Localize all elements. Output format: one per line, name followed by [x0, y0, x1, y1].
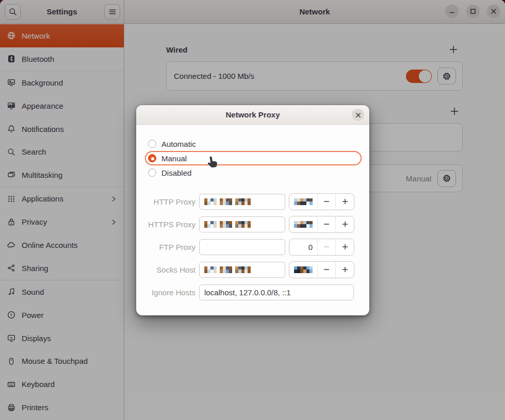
http-proxy-row: HTTP Proxy [136, 194, 369, 210]
https-proxy-label: HTTPS Proxy [136, 220, 196, 229]
decrement-button[interactable] [318, 194, 336, 210]
port-value[interactable]: 0 [289, 239, 318, 255]
increment-button[interactable] [336, 239, 354, 255]
https-proxy-input[interactable] [199, 216, 285, 232]
radio-checked-icon [148, 154, 156, 162]
redacted-text [294, 221, 313, 228]
http-proxy-input[interactable] [199, 194, 285, 210]
https-proxy-row: HTTPS Proxy [136, 216, 369, 232]
ignore-hosts-input[interactable]: localhost, 127.0.0.0/8, ::1 [199, 284, 354, 300]
ftp-proxy-row: FTP Proxy 0 [136, 239, 369, 255]
socks-host-label: Socks Host [136, 265, 196, 274]
port-value[interactable] [289, 262, 318, 278]
port-value[interactable] [289, 194, 318, 210]
https-proxy-port-spinner [289, 216, 354, 233]
increment-button[interactable] [336, 216, 354, 232]
redacted-text [204, 221, 251, 228]
ftp-proxy-label: FTP Proxy [136, 243, 196, 251]
proxy-mode-options: Automatic Manual Disabled [145, 137, 362, 180]
http-proxy-port-spinner [289, 193, 354, 210]
proxy-mode-manual[interactable]: Manual [145, 151, 362, 165]
close-icon [355, 112, 362, 119]
decrement-button-disabled[interactable] [318, 239, 336, 255]
entry-text: localhost, 127.0.0.0/8, ::1 [204, 288, 291, 297]
proxy-mode-automatic[interactable]: Automatic [145, 137, 362, 151]
decrement-button[interactable] [318, 216, 336, 232]
radio-label: Disabled [161, 169, 191, 177]
proxy-form: HTTP Proxy HTTPS Proxy FTP Proxy 0 [136, 194, 369, 307]
radio-label: Manual [161, 154, 187, 163]
increment-button[interactable] [336, 194, 354, 210]
ignore-hosts-row: Ignore Hosts localhost, 127.0.0.0/8, ::1 [136, 284, 369, 300]
socks-port-spinner [289, 261, 354, 278]
network-proxy-dialog: Network Proxy Automatic Manual Disabled … [136, 105, 369, 315]
radio-icon [148, 169, 156, 177]
radio-label: Automatic [161, 140, 196, 148]
ftp-proxy-port-spinner: 0 [289, 239, 354, 256]
radio-icon [148, 140, 156, 148]
http-proxy-label: HTTP Proxy [136, 197, 196, 206]
decrement-button[interactable] [318, 262, 336, 278]
port-text: 0 [308, 243, 313, 251]
dialog-title: Network Proxy [225, 110, 280, 119]
dialog-headerbar: Network Proxy [136, 105, 369, 125]
ignore-hosts-label: Ignore Hosts [136, 288, 196, 297]
ftp-proxy-input[interactable] [199, 239, 285, 255]
redacted-text [294, 266, 313, 273]
redacted-text [204, 266, 251, 273]
socks-host-row: Socks Host [136, 262, 369, 278]
proxy-mode-disabled[interactable]: Disabled [145, 165, 362, 180]
dialog-close-button[interactable] [352, 109, 364, 121]
redacted-text [294, 198, 313, 205]
increment-button[interactable] [336, 262, 354, 278]
port-value[interactable] [289, 216, 318, 232]
socks-host-input[interactable] [199, 262, 285, 278]
redacted-text [204, 198, 251, 205]
